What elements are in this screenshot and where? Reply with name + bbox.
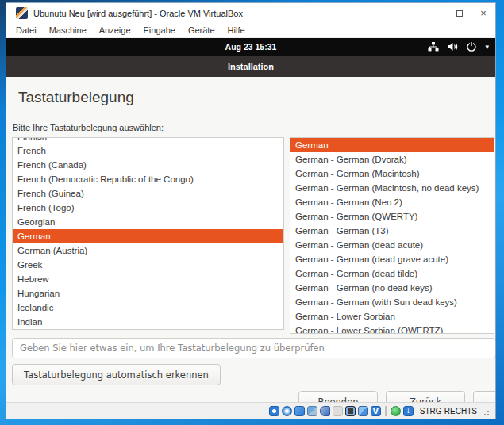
menu-item[interactable]: Hilfe [221,25,252,35]
layout-lists: FinnishFrenchFrench (Canada)French (Demo… [12,137,494,334]
maximize-button[interactable] [448,3,471,23]
variant-list-item[interactable]: German - German (dead grave acute) [290,252,494,266]
menu-item[interactable]: Datei [10,25,43,35]
variant-list-item[interactable]: German - Lower Sorbian (QWERTZ) [290,324,494,334]
variant-list-item[interactable]: German - German (T3) [290,224,494,238]
detect-layout-button[interactable]: Tastaturbelegung automatisch erkennen [12,364,221,385]
menu-bar: DateiMaschineAnzeigeEingabeGeräteHilfe [6,23,495,38]
variant-list-item[interactable]: German - German (dead tilde) [290,266,494,281]
layout-list-item[interactable]: French (Togo) [13,201,283,215]
layout-list-item[interactable]: French (Canada) [13,158,283,172]
volume-icon [448,42,458,52]
clock[interactable]: Aug 23 15:31 [225,42,277,52]
ubuntu-top-bar: Aug 23 15:31 [6,38,495,56]
maximize-icon [456,10,463,17]
window-controls: × [424,3,495,23]
features-icon[interactable]: V [371,406,381,416]
variant-list-item[interactable]: German - Lower Sorbian [290,309,494,324]
variant-list-item[interactable]: German - German (no dead keys) [290,281,494,295]
layout-list-item[interactable]: French (Democratic Republic of the Congo… [13,172,283,186]
system-indicators[interactable]: ▾ [428,38,489,56]
shared-folders-icon[interactable] [333,406,343,416]
variant-list-item[interactable]: German - German (Macintosh) [290,167,494,181]
host-key-label: STRG-RECHTS [420,407,477,415]
variant-list-item[interactable]: German [290,138,494,152]
layout-prompt: Bitte Ihre Tastaturbelegung auswählen: [13,123,495,132]
layout-list-item[interactable]: Hungarian [13,286,283,301]
menu-item[interactable]: Anzeige [93,25,137,35]
layout-list-item[interactable]: Finnish [13,137,283,144]
usb-icon[interactable] [320,406,330,416]
network-icon[interactable] [307,406,317,416]
audio-icon[interactable] [294,406,305,416]
chevron-down-icon: ▾ [485,43,489,51]
menu-item[interactable]: Eingabe [137,25,182,35]
close-button[interactable]: × [471,3,495,23]
window-titlebar[interactable]: Ubunutu Neu [wird ausgeführt] - Oracle V… [6,3,495,23]
layout-list-item[interactable]: German [13,229,283,243]
hard-disk-icon[interactable] [269,406,279,416]
layout-list-item[interactable]: Greek [13,258,283,272]
divider [6,117,495,117]
continue-button-partial[interactable] [473,391,495,402]
layout-list-item[interactable]: French (Guinea) [13,186,283,201]
recording-icon[interactable] [358,406,368,416]
layout-list[interactable]: FinnishFrenchFrench (Canada)French (Demo… [12,137,284,330]
display-icon[interactable] [345,406,356,416]
layout-list-item[interactable]: Georgian [13,215,283,229]
minimize-icon [433,13,440,13]
status-icons: V↓ [269,406,414,416]
variant-list-item[interactable]: German - German (dead acute) [290,238,494,252]
variant-list-item[interactable]: German - German (with Sun dead keys) [290,295,494,309]
page-title: Tastaturbelegung [18,89,495,106]
layout-list-item[interactable]: German (Austria) [13,243,283,258]
variant-list-item[interactable]: German - German (Macintosh, no dead keys… [290,181,494,195]
variant-list-item[interactable]: German - German (Dvorak) [290,152,494,167]
mouse-integration-icon[interactable] [391,406,401,416]
network-icon [428,42,439,52]
installer-header-title: Installation [228,62,274,71]
layout-list-item[interactable]: Hebrew [13,272,283,286]
keyboard-capture-icon[interactable]: ↓ [403,406,414,416]
vm-screen: Aug 23 15:31 [6,38,495,402]
optical-disc-icon[interactable] [282,406,292,416]
variant-list[interactable]: GermanGerman - German (Dvorak)German - G… [290,137,494,334]
keyboard-test-input[interactable] [12,338,495,358]
quit-button[interactable]: Beenden [298,391,378,402]
navigation-buttons: Beenden Zurück [298,391,495,402]
menu-item[interactable]: Geräte [182,25,221,35]
layout-list-item[interactable]: Icelandic [13,301,283,315]
power-icon [467,42,476,52]
close-icon: × [480,8,487,18]
resize-grip[interactable] [483,411,489,417]
installer-body: Tastaturbelegung Bitte Ihre Tastaturbele… [6,77,495,402]
variant-list-item[interactable]: German - German (QWERTY) [290,209,494,224]
virtualbox-window: Ubunutu Neu [wird ausgeführt] - Oracle V… [6,2,496,419]
desktop-background: Ubunutu Neu [wird ausgeführt] - Oracle V… [0,0,504,425]
installer-header: Installation [6,56,495,77]
virtualbox-app-icon [16,7,28,19]
menu-item[interactable]: Maschine [43,25,93,35]
layout-list-item[interactable]: Indian [13,315,283,329]
window-title: Ubunutu Neu [wird ausgeführt] - Oracle V… [33,9,243,18]
back-button[interactable]: Zurück [386,391,465,402]
separator[interactable] [385,406,387,416]
minimize-button[interactable] [424,3,448,23]
variant-list-item[interactable]: German - German (Neo 2) [290,195,494,209]
vbox-status-bar: V↓ STRG-RECHTS [6,402,495,419]
layout-list-item[interactable]: French [13,144,283,158]
